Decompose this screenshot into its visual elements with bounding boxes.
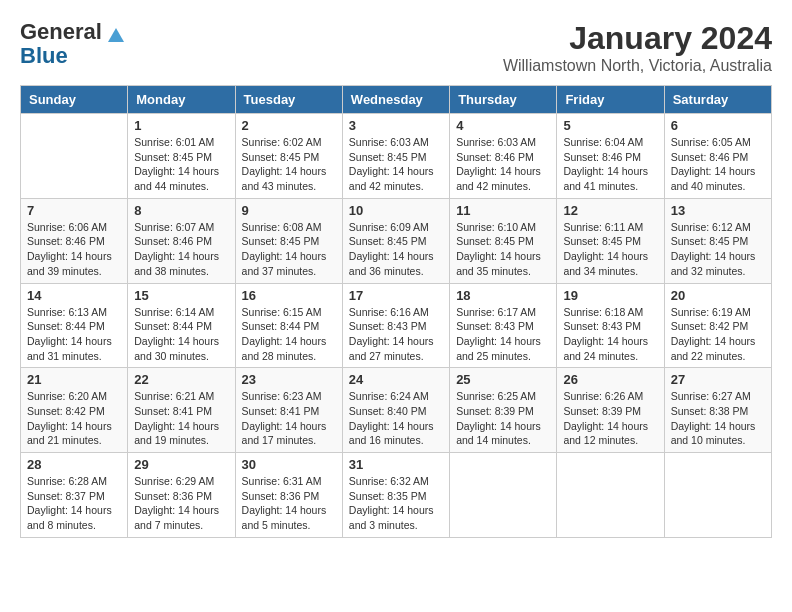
day-info: Sunrise: 6:06 AMSunset: 8:46 PMDaylight:… xyxy=(27,220,121,279)
day-number: 20 xyxy=(671,288,765,303)
day-number: 11 xyxy=(456,203,550,218)
day-number: 17 xyxy=(349,288,443,303)
day-info: Sunrise: 6:17 AMSunset: 8:43 PMDaylight:… xyxy=(456,305,550,364)
table-row: 25Sunrise: 6:25 AMSunset: 8:39 PMDayligh… xyxy=(450,368,557,453)
calendar-week-row: 1Sunrise: 6:01 AMSunset: 8:45 PMDaylight… xyxy=(21,114,772,199)
table-row: 1Sunrise: 6:01 AMSunset: 8:45 PMDaylight… xyxy=(128,114,235,199)
day-info: Sunrise: 6:03 AMSunset: 8:45 PMDaylight:… xyxy=(349,135,443,194)
day-number: 18 xyxy=(456,288,550,303)
day-info: Sunrise: 6:27 AMSunset: 8:38 PMDaylight:… xyxy=(671,389,765,448)
calendar-table: Sunday Monday Tuesday Wednesday Thursday… xyxy=(20,85,772,538)
table-row: 17Sunrise: 6:16 AMSunset: 8:43 PMDayligh… xyxy=(342,283,449,368)
day-number: 30 xyxy=(242,457,336,472)
day-info: Sunrise: 6:25 AMSunset: 8:39 PMDaylight:… xyxy=(456,389,550,448)
day-number: 27 xyxy=(671,372,765,387)
day-number: 21 xyxy=(27,372,121,387)
header-tuesday: Tuesday xyxy=(235,86,342,114)
header-saturday: Saturday xyxy=(664,86,771,114)
table-row: 21Sunrise: 6:20 AMSunset: 8:42 PMDayligh… xyxy=(21,368,128,453)
logo-general: General xyxy=(20,19,102,44)
day-info: Sunrise: 6:14 AMSunset: 8:44 PMDaylight:… xyxy=(134,305,228,364)
day-number: 25 xyxy=(456,372,550,387)
header-sunday: Sunday xyxy=(21,86,128,114)
day-info: Sunrise: 6:18 AMSunset: 8:43 PMDaylight:… xyxy=(563,305,657,364)
day-number: 4 xyxy=(456,118,550,133)
location-subtitle: Williamstown North, Victoria, Australia xyxy=(503,57,772,75)
title-section: January 2024 Williamstown North, Victori… xyxy=(503,20,772,75)
day-info: Sunrise: 6:08 AMSunset: 8:45 PMDaylight:… xyxy=(242,220,336,279)
day-info: Sunrise: 6:16 AMSunset: 8:43 PMDaylight:… xyxy=(349,305,443,364)
day-number: 10 xyxy=(349,203,443,218)
day-info: Sunrise: 6:05 AMSunset: 8:46 PMDaylight:… xyxy=(671,135,765,194)
table-row: 27Sunrise: 6:27 AMSunset: 8:38 PMDayligh… xyxy=(664,368,771,453)
table-row xyxy=(557,453,664,538)
calendar-week-row: 14Sunrise: 6:13 AMSunset: 8:44 PMDayligh… xyxy=(21,283,772,368)
table-row: 2Sunrise: 6:02 AMSunset: 8:45 PMDaylight… xyxy=(235,114,342,199)
table-row: 7Sunrise: 6:06 AMSunset: 8:46 PMDaylight… xyxy=(21,198,128,283)
day-number: 23 xyxy=(242,372,336,387)
table-row: 30Sunrise: 6:31 AMSunset: 8:36 PMDayligh… xyxy=(235,453,342,538)
day-number: 19 xyxy=(563,288,657,303)
day-number: 7 xyxy=(27,203,121,218)
month-title: January 2024 xyxy=(503,20,772,57)
svg-marker-0 xyxy=(108,28,124,42)
table-row: 26Sunrise: 6:26 AMSunset: 8:39 PMDayligh… xyxy=(557,368,664,453)
day-info: Sunrise: 6:23 AMSunset: 8:41 PMDaylight:… xyxy=(242,389,336,448)
day-info: Sunrise: 6:15 AMSunset: 8:44 PMDaylight:… xyxy=(242,305,336,364)
day-number: 22 xyxy=(134,372,228,387)
calendar-week-row: 28Sunrise: 6:28 AMSunset: 8:37 PMDayligh… xyxy=(21,453,772,538)
day-number: 8 xyxy=(134,203,228,218)
day-info: Sunrise: 6:31 AMSunset: 8:36 PMDaylight:… xyxy=(242,474,336,533)
logo-blue: Blue xyxy=(20,43,68,68)
page-header: General Blue January 2024 Williamstown N… xyxy=(20,20,772,75)
day-number: 26 xyxy=(563,372,657,387)
table-row xyxy=(21,114,128,199)
calendar-week-row: 7Sunrise: 6:06 AMSunset: 8:46 PMDaylight… xyxy=(21,198,772,283)
day-number: 2 xyxy=(242,118,336,133)
day-number: 29 xyxy=(134,457,228,472)
table-row: 15Sunrise: 6:14 AMSunset: 8:44 PMDayligh… xyxy=(128,283,235,368)
table-row xyxy=(664,453,771,538)
day-info: Sunrise: 6:09 AMSunset: 8:45 PMDaylight:… xyxy=(349,220,443,279)
day-info: Sunrise: 6:26 AMSunset: 8:39 PMDaylight:… xyxy=(563,389,657,448)
table-row: 18Sunrise: 6:17 AMSunset: 8:43 PMDayligh… xyxy=(450,283,557,368)
day-info: Sunrise: 6:28 AMSunset: 8:37 PMDaylight:… xyxy=(27,474,121,533)
day-info: Sunrise: 6:11 AMSunset: 8:45 PMDaylight:… xyxy=(563,220,657,279)
table-row: 13Sunrise: 6:12 AMSunset: 8:45 PMDayligh… xyxy=(664,198,771,283)
day-number: 14 xyxy=(27,288,121,303)
day-info: Sunrise: 6:02 AMSunset: 8:45 PMDaylight:… xyxy=(242,135,336,194)
table-row: 22Sunrise: 6:21 AMSunset: 8:41 PMDayligh… xyxy=(128,368,235,453)
table-row: 10Sunrise: 6:09 AMSunset: 8:45 PMDayligh… xyxy=(342,198,449,283)
table-row: 16Sunrise: 6:15 AMSunset: 8:44 PMDayligh… xyxy=(235,283,342,368)
day-number: 3 xyxy=(349,118,443,133)
day-number: 31 xyxy=(349,457,443,472)
day-info: Sunrise: 6:19 AMSunset: 8:42 PMDaylight:… xyxy=(671,305,765,364)
table-row: 20Sunrise: 6:19 AMSunset: 8:42 PMDayligh… xyxy=(664,283,771,368)
table-row: 14Sunrise: 6:13 AMSunset: 8:44 PMDayligh… xyxy=(21,283,128,368)
table-row: 31Sunrise: 6:32 AMSunset: 8:35 PMDayligh… xyxy=(342,453,449,538)
day-info: Sunrise: 6:13 AMSunset: 8:44 PMDaylight:… xyxy=(27,305,121,364)
day-info: Sunrise: 6:32 AMSunset: 8:35 PMDaylight:… xyxy=(349,474,443,533)
day-info: Sunrise: 6:04 AMSunset: 8:46 PMDaylight:… xyxy=(563,135,657,194)
day-number: 16 xyxy=(242,288,336,303)
day-info: Sunrise: 6:10 AMSunset: 8:45 PMDaylight:… xyxy=(456,220,550,279)
day-info: Sunrise: 6:03 AMSunset: 8:46 PMDaylight:… xyxy=(456,135,550,194)
day-info: Sunrise: 6:07 AMSunset: 8:46 PMDaylight:… xyxy=(134,220,228,279)
day-info: Sunrise: 6:01 AMSunset: 8:45 PMDaylight:… xyxy=(134,135,228,194)
calendar-week-row: 21Sunrise: 6:20 AMSunset: 8:42 PMDayligh… xyxy=(21,368,772,453)
calendar-header-row: Sunday Monday Tuesday Wednesday Thursday… xyxy=(21,86,772,114)
day-info: Sunrise: 6:12 AMSunset: 8:45 PMDaylight:… xyxy=(671,220,765,279)
day-number: 9 xyxy=(242,203,336,218)
table-row: 12Sunrise: 6:11 AMSunset: 8:45 PMDayligh… xyxy=(557,198,664,283)
day-number: 15 xyxy=(134,288,228,303)
day-info: Sunrise: 6:20 AMSunset: 8:42 PMDaylight:… xyxy=(27,389,121,448)
day-info: Sunrise: 6:21 AMSunset: 8:41 PMDaylight:… xyxy=(134,389,228,448)
table-row: 4Sunrise: 6:03 AMSunset: 8:46 PMDaylight… xyxy=(450,114,557,199)
day-info: Sunrise: 6:24 AMSunset: 8:40 PMDaylight:… xyxy=(349,389,443,448)
table-row: 23Sunrise: 6:23 AMSunset: 8:41 PMDayligh… xyxy=(235,368,342,453)
day-number: 12 xyxy=(563,203,657,218)
day-info: Sunrise: 6:29 AMSunset: 8:36 PMDaylight:… xyxy=(134,474,228,533)
table-row: 29Sunrise: 6:29 AMSunset: 8:36 PMDayligh… xyxy=(128,453,235,538)
table-row: 11Sunrise: 6:10 AMSunset: 8:45 PMDayligh… xyxy=(450,198,557,283)
table-row: 5Sunrise: 6:04 AMSunset: 8:46 PMDaylight… xyxy=(557,114,664,199)
